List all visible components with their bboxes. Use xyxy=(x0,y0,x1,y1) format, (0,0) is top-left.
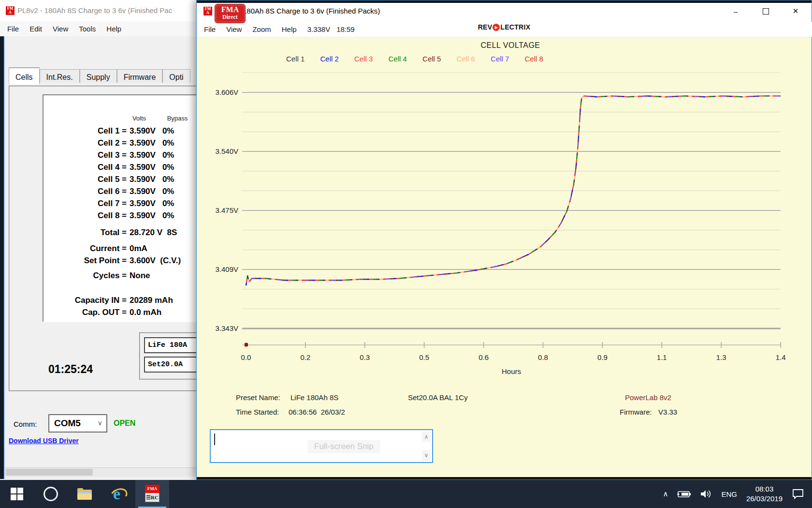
fma-app-icon: FMA xyxy=(6,6,14,15)
pl8v2-window-border xyxy=(4,36,5,479)
summary-row: Total =28.720 V 8S xyxy=(44,228,199,240)
cell-row: Cell 4 =3.590V0% xyxy=(44,163,199,175)
tab-firmware[interactable]: Firmware xyxy=(117,69,163,83)
graph-titlebar[interactable]: FMA Graph - 180Ah 8S Charge to 3 6v (Fin… xyxy=(197,0,812,22)
revolectrix-disc-icon: ▸ xyxy=(493,24,500,31)
tab-supply[interactable]: Supply xyxy=(80,69,117,83)
cell-row: Cell 8 =3.590V0% xyxy=(44,211,199,223)
firmware-value: V3.33 xyxy=(658,408,677,416)
elapsed-timer: 01:25:24 xyxy=(48,363,93,376)
volts-column-header: Volts xyxy=(125,115,154,122)
svg-text:0.2: 0.2 xyxy=(300,353,310,361)
preset-mode-field[interactable]: Set20.0A xyxy=(144,357,202,373)
comm-port-select[interactable]: COM5 ∨ xyxy=(48,414,107,433)
system-tray: ∧ ENG 08:03 26/03/2019 xyxy=(658,480,812,508)
pl8v2-menu-file[interactable]: File xyxy=(2,25,24,33)
comm-status: OPEN xyxy=(114,419,135,428)
language-indicator[interactable]: ENG xyxy=(721,490,737,498)
cell-row: Cell 6 =3.590V0% xyxy=(44,187,199,199)
pl8v2-window-title: PL8v2 - 180Ah 8S Charge to 3 6v (Finishe… xyxy=(17,6,172,15)
internet-explorer-button[interactable]: e xyxy=(102,480,135,508)
svg-text:0.8: 0.8 xyxy=(538,353,548,361)
cortana-icon xyxy=(44,487,58,501)
fma-rc-app-button[interactable]: FMA☰RC xyxy=(135,480,169,508)
desktop: FMA PL8v2 - 180Ah 8S Charge to 3 6v (Fin… xyxy=(0,0,812,508)
pl8v2-menubar: File Edit View Tools Help xyxy=(0,21,202,36)
clock[interactable]: 08:03 26/03/2019 xyxy=(746,484,783,504)
summary-row: Capacity IN =20289 mAh xyxy=(44,296,199,308)
maximize-button[interactable] xyxy=(751,0,781,22)
tray-expand-icon[interactable]: ∧ xyxy=(663,490,668,498)
tab-options[interactable]: Opti xyxy=(162,69,190,83)
svg-text:Hours: Hours xyxy=(502,367,521,375)
firmware-label: Firmware: xyxy=(620,408,652,416)
pl8v2-menu-edit[interactable]: Edit xyxy=(24,25,47,33)
preset-name-label: Preset Name: xyxy=(236,393,280,402)
svg-text:1.1: 1.1 xyxy=(657,353,667,361)
svg-text:0.0: 0.0 xyxy=(241,353,251,361)
battery-icon[interactable] xyxy=(677,490,691,498)
text-caret xyxy=(214,433,215,445)
summary-rows: Total =28.720 V 8SCurrent =0mASet Point … xyxy=(44,228,199,320)
comm-label: Comm: xyxy=(14,420,37,428)
graph-window: FMA Graph - 180Ah 8S Charge to 3 6v (Fin… xyxy=(196,0,812,480)
svg-text:1.4: 1.4 xyxy=(776,353,786,361)
revolectrix-wordmark: REV ▸ LECTRIX xyxy=(197,23,812,31)
cell-row: Cell 2 =3.590V0% xyxy=(44,138,199,150)
pl8v2-menu-help[interactable]: Help xyxy=(101,25,127,33)
bypass-column-header: Bypass xyxy=(161,115,193,122)
preset-name-field[interactable]: LiFe 180A xyxy=(144,337,202,353)
pl8v2-window: FMA PL8v2 - 180Ah 8S Charge to 3 6v (Fin… xyxy=(0,0,200,480)
taskbar: e FMA☰RC ∧ ENG xyxy=(0,480,812,508)
snip-ghost-label: Full-screen Snip xyxy=(307,440,380,453)
folder-icon xyxy=(77,488,92,500)
window-controls: – ✕ xyxy=(721,0,811,22)
pl8v2-menu-view[interactable]: View xyxy=(47,25,73,33)
close-button[interactable]: ✕ xyxy=(781,0,811,22)
svg-text:3.606V: 3.606V xyxy=(215,88,238,96)
notes-input[interactable]: Full-screen Snip ∧ ∨ xyxy=(210,429,433,463)
scroll-up-icon[interactable]: ∧ xyxy=(422,432,431,442)
clock-date: 26/03/2019 xyxy=(746,494,783,504)
svg-text:0.3: 0.3 xyxy=(360,353,370,361)
summary-row: Cycles =None xyxy=(44,271,199,283)
svg-text:0.6: 0.6 xyxy=(478,353,489,361)
summary-row: Cap. OUT =0.0 mAh xyxy=(44,308,199,320)
scrollbar-thumb[interactable] xyxy=(6,469,93,476)
fma-app-icon: FMA xyxy=(203,7,212,15)
time-started-value: 06:36:56 26/03/2 xyxy=(289,408,345,416)
readout-header: Volts Bypass xyxy=(44,115,199,123)
action-center-icon[interactable] xyxy=(792,488,804,500)
chevron-down-icon: ∨ xyxy=(98,419,102,427)
cell-row: Cell 1 =3.590V0% xyxy=(44,126,199,138)
preset-name-value: LiFe 180Ah 8S xyxy=(290,393,338,402)
preset-box: LiFe 180A Set20.0A xyxy=(139,332,202,380)
time-started-label: Time Started: xyxy=(236,408,279,416)
cortana-button[interactable] xyxy=(34,480,68,508)
download-usb-driver-link[interactable]: Download USB Driver xyxy=(9,437,79,445)
device-name: PowerLab 8v2 xyxy=(625,393,671,402)
minimize-button[interactable]: – xyxy=(721,0,751,22)
cell-row: Cell 5 =3.590V0% xyxy=(44,175,199,187)
svg-text:0.5: 0.5 xyxy=(419,353,429,361)
clock-time: 08:03 xyxy=(746,484,783,494)
fma-rc-icon: FMA☰RC xyxy=(145,485,160,503)
horizontal-scrollbar[interactable] xyxy=(5,467,196,477)
svg-text:3.540V: 3.540V xyxy=(215,147,238,155)
cell-voltage-chart: 3.606V3.540V3.475V3.409V3.343V0.00.20.30… xyxy=(197,37,812,381)
pl8v2-tabstrip: Cells Int.Res. Supply Firmware Opti xyxy=(9,69,190,86)
scroll-down-icon[interactable]: ∨ xyxy=(422,450,431,461)
svg-text:1.3: 1.3 xyxy=(716,353,726,361)
internet-explorer-icon: e xyxy=(110,487,127,501)
cell-row: Cell 7 =3.590V0% xyxy=(44,199,199,211)
pl8v2-titlebar[interactable]: FMA PL8v2 - 180Ah 8S Charge to 3 6v (Fin… xyxy=(0,0,200,21)
tab-int-res[interactable]: Int.Res. xyxy=(40,69,80,83)
file-explorer-button[interactable] xyxy=(68,480,102,508)
tab-cells[interactable]: Cells xyxy=(9,67,40,84)
comm-port-value: COM5 xyxy=(54,418,81,429)
speaker-icon[interactable] xyxy=(700,489,712,499)
start-button[interactable] xyxy=(0,480,34,508)
pl8v2-menu-tools[interactable]: Tools xyxy=(73,25,101,33)
svg-text:3.475V: 3.475V xyxy=(215,206,238,214)
desktop-sliver xyxy=(0,36,4,479)
